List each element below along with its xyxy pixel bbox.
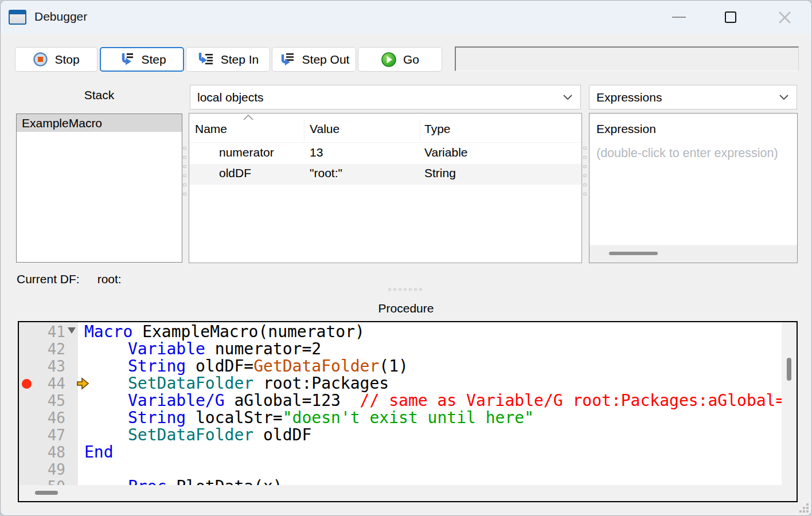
table-row[interactable]: oldDF"root:"String — [189, 164, 581, 185]
code-line[interactable]: 49 — [19, 461, 782, 478]
code-text: String localStr="doesn't exist until her… — [128, 409, 534, 427]
token-comment: // same as Variable/G root:Packages:aGlo… — [360, 391, 782, 410]
splitter-dot — [183, 193, 186, 196]
splitter-dot — [183, 156, 186, 159]
execution-arrow-icon — [76, 377, 90, 394]
splitter-dot — [583, 193, 587, 196]
token-plain: root:Packages — [253, 374, 389, 393]
table-cell: numerator — [219, 146, 274, 159]
column-header-value[interactable]: Value — [310, 122, 339, 136]
expressions-hscrollbar[interactable] — [590, 244, 797, 263]
token-plain: PlotData(x) — [166, 477, 282, 485]
column-header-type[interactable]: Type — [424, 122, 451, 136]
token-string: "doesn't exist until here" — [283, 408, 534, 427]
minimize-icon — [672, 17, 686, 18]
token-function: GetDataFolder — [253, 357, 379, 376]
code-vscrollbar-thumb[interactable] — [787, 358, 791, 381]
code-vscrollbar[interactable] — [782, 322, 797, 485]
code-area[interactable]: 41Macro ExampleMacro(numerator)42Variabl… — [19, 323, 782, 485]
step-button[interactable]: Step — [100, 47, 184, 72]
token-plain: aGlobal=123 — [225, 391, 360, 410]
stack-list: ExampleMacro — [16, 114, 182, 263]
token-keyword: End — [84, 443, 114, 462]
procedure-code-panel: 41Macro ExampleMacro(numerator)42Variabl… — [18, 321, 798, 502]
expressions-hscrollbar-thumb[interactable] — [609, 252, 658, 255]
code-line[interactable]: 44SetDataFolder root:Packages — [19, 375, 782, 392]
close-button[interactable] — [766, 1, 803, 34]
locals-expressions-splitter[interactable] — [583, 147, 588, 196]
stack-locals-splitter[interactable] — [183, 147, 188, 196]
step-out-button[interactable]: Step Out — [272, 47, 356, 72]
button-label: Go — [403, 53, 419, 67]
code-text: Proc PlotData(x) — [128, 478, 283, 485]
minimize-button[interactable] — [661, 1, 697, 34]
expressions-panel[interactable]: Expression (double-click to enter expres… — [589, 113, 798, 263]
code-line[interactable]: 46String localStr="doesn't exist until h… — [19, 409, 782, 427]
splitter-dot — [583, 147, 587, 150]
code-hscrollbar[interactable] — [19, 485, 797, 501]
code-line[interactable]: 48End — [19, 444, 782, 461]
code-line[interactable]: 47SetDataFolder oldDF — [19, 427, 782, 444]
line-number: 42 — [19, 341, 65, 358]
column-header-name[interactable]: Name — [195, 122, 227, 136]
splitter-dot — [583, 183, 587, 186]
splitter-dot — [183, 183, 186, 186]
drag-handle-dot — [393, 288, 396, 291]
stack-label: Stack — [16, 88, 182, 102]
disclosure-triangle-icon[interactable] — [68, 327, 76, 334]
expressions-dropdown-value: Expressions — [596, 91, 662, 104]
table-row[interactable]: numerator13Variable — [189, 143, 581, 164]
line-number: 48 — [19, 444, 65, 461]
table-cell: 13 — [310, 146, 323, 159]
token-plain: oldDF= — [186, 357, 253, 376]
line-number: 47 — [19, 427, 65, 444]
window-title: Debugger — [34, 10, 87, 24]
procedure-label: Procedure — [1, 302, 811, 315]
splitter-dot — [583, 156, 587, 159]
code-hscrollbar-thumb[interactable] — [35, 491, 58, 495]
go-button[interactable]: Go — [358, 47, 442, 72]
code-line[interactable]: 43String oldDF=GetDataFolder(1) — [19, 358, 782, 375]
token-plain: numerator=2 — [205, 339, 321, 358]
code-line[interactable]: 41Macro ExampleMacro(numerator) — [19, 323, 782, 341]
drag-handle-dot — [419, 288, 422, 291]
step-in-icon — [197, 52, 214, 67]
table-cell: String — [424, 166, 456, 180]
expression-column-header: Expression — [596, 122, 656, 136]
code-line[interactable]: 45Variable/G aGlobal=123 // same as Vari… — [19, 392, 782, 409]
procedure-pane-drag-handle[interactable] — [388, 288, 422, 291]
button-label: Step — [141, 53, 166, 67]
expressions-dropdown[interactable]: Expressions — [589, 85, 797, 110]
code-line[interactable]: 50Proc PlotData(x) — [19, 478, 782, 485]
stack-item[interactable]: ExampleMacro — [17, 114, 182, 132]
step-icon — [118, 52, 135, 67]
breakpoint-dot[interactable] — [22, 379, 32, 389]
go-icon — [381, 52, 397, 68]
token-keyword: Variable — [128, 339, 205, 358]
code-text: End — [84, 444, 114, 461]
line-number: 46 — [19, 409, 65, 427]
current-df: Current DF:root: — [17, 272, 122, 286]
code-text: SetDataFolder root:Packages — [128, 375, 389, 392]
maximize-button[interactable] — [712, 1, 749, 34]
line-number: 43 — [19, 358, 65, 375]
token-plain: oldDF — [253, 425, 311, 444]
code-line[interactable]: 42Variable numerator=2 — [19, 341, 782, 358]
stop-button[interactable]: Stop — [15, 47, 97, 72]
header-divider — [189, 142, 581, 143]
button-label: Stop — [54, 53, 79, 67]
title-bar: Debugger — [1, 1, 811, 34]
chevron-down-icon — [563, 94, 573, 101]
resize-grip-icon[interactable] — [799, 503, 809, 513]
expression-placeholder: (double-click to enter expression) — [596, 146, 778, 161]
code-text: Variable numerator=2 — [128, 341, 321, 358]
line-number: 49 — [19, 461, 65, 478]
current-df-value: root: — [97, 272, 122, 286]
line-number: 45 — [19, 392, 65, 409]
splitter-dot — [183, 147, 186, 150]
locals-scope-dropdown[interactable]: local objects — [190, 85, 581, 110]
step-in-button[interactable]: Step In — [186, 47, 270, 72]
token-keyword: String — [128, 357, 186, 376]
drag-handle-dot — [399, 288, 401, 291]
drag-handle-dot — [404, 288, 407, 291]
